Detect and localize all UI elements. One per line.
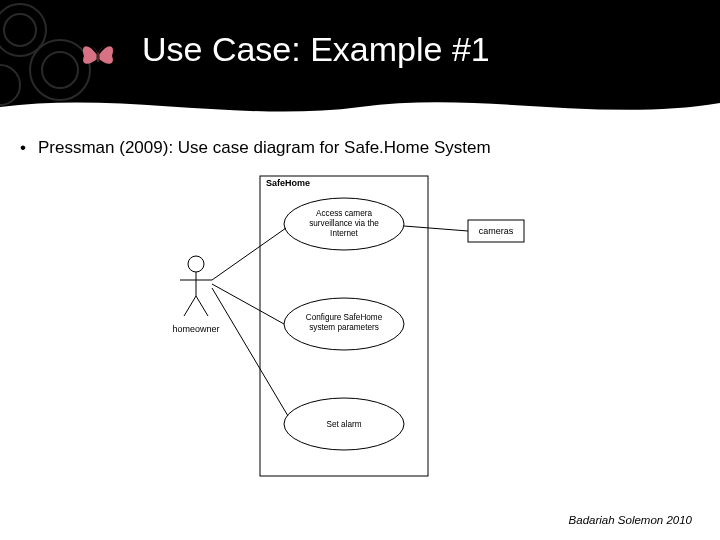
bullet-item: • Pressman (2009): Use case diagram for … [20,138,700,158]
svg-line-13 [184,296,196,316]
svg-line-17 [212,284,284,324]
footer-credit: Badariah Solemon 2010 [569,514,692,526]
usecase-1-line3: Internet [330,229,358,238]
svg-point-10 [188,256,204,272]
header-wave [0,89,720,120]
svg-point-5 [96,52,99,62]
bullet-dot-icon: • [20,138,38,158]
usecase-1-line1: Access camera [316,209,372,218]
svg-line-16 [212,228,286,280]
svg-line-19 [404,226,468,231]
system-name-label: SafeHome [266,178,310,188]
slide-title: Use Case: Example #1 [142,30,490,69]
svg-point-3 [42,52,78,88]
actor-left-label: homeowner [172,324,219,334]
usecase-2-line2: system parameters [309,323,379,332]
header-band: Use Case: Example #1 [0,0,720,120]
svg-line-18 [212,288,288,416]
svg-point-1 [4,14,36,46]
usecase-2-line1: Configure SafeHome [306,313,383,322]
usecase-3-line1: Set alarm [326,420,361,429]
usecase-1-line2: surveillance via the [309,219,379,228]
usecase-diagram: SafeHome Access camera surveillance via … [168,170,568,480]
actor-right-label: cameras [479,226,514,236]
svg-line-14 [196,296,208,316]
butterfly-icon [78,36,118,76]
bullet-text: Pressman (2009): Use case diagram for Sa… [38,138,491,158]
actor-homeowner-icon [180,256,212,316]
